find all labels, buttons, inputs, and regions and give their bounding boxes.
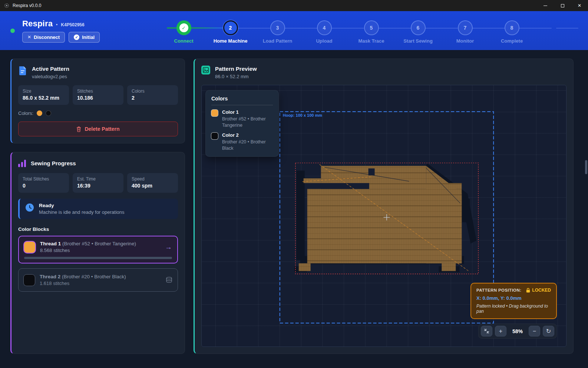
step-number: 4 — [317, 20, 332, 35]
close-icon: ✕ — [578, 3, 581, 8]
check-circle-icon: ✓ — [74, 34, 79, 40]
step-monitor[interactable]: 7 Monitor — [442, 17, 489, 44]
zoom-controls: + 58% − ↻ — [478, 324, 557, 339]
trash-icon — [76, 126, 81, 132]
status-title: Ready — [39, 203, 125, 208]
stat-label: Est. Time — [77, 176, 119, 182]
stat-label: Size — [23, 89, 65, 94]
serial-separator: • — [56, 22, 57, 27]
stat-value: 0 — [23, 183, 65, 189]
thread-colorway: (Brother #20 • Brother Black) — [62, 274, 126, 279]
legend-color-1: Color 1 Brother #52 • Brother Tangerine — [211, 109, 273, 129]
stat-colors: Colors 2 — [127, 85, 178, 105]
lock-state: LOCKED — [532, 288, 551, 293]
color-dot-orange — [37, 110, 42, 116]
image-icon — [201, 66, 210, 74]
legend-color-name: Color 2 — [222, 132, 273, 138]
file-icon — [18, 66, 27, 75]
fit-to-screen-button[interactable] — [481, 326, 492, 336]
fit-to-screen-icon — [484, 328, 489, 334]
preview-canvas[interactable]: Colors Color 1 Brother #52 • Brother Tan… — [201, 85, 566, 347]
close-button[interactable]: ✕ — [571, 0, 588, 11]
delete-pattern-button[interactable]: Delete Pattern — [18, 122, 178, 136]
zoom-level: 58% — [509, 328, 526, 334]
position-coordinates: X: 0.0mm, Y: 0.0mm — [476, 295, 551, 301]
pattern-preview-card: Pattern Preview 86.0 × 52.2 mm Colors Co… — [194, 59, 574, 354]
step-upload[interactable]: 4 Upload — [301, 17, 348, 44]
step-home-machine[interactable]: 2 Home Machine — [207, 17, 254, 44]
step-number: 3 — [270, 20, 285, 35]
window-title: Respira v0.0.0 — [13, 3, 41, 8]
thread-stitch-count: 1.618 stitches — [40, 281, 126, 286]
status-description: Machine is idle and ready for operations — [39, 209, 125, 215]
lock-icon — [526, 288, 530, 293]
step-number: 8 — [505, 20, 519, 35]
stat-value: 86.0 x 52.2 mm — [23, 95, 65, 101]
stat-value: 16:39 — [77, 183, 119, 189]
step-label: Monitor — [442, 38, 489, 44]
thread-1-row[interactable]: Thread 1 (Brother #52 • Brother Tangerin… — [18, 236, 178, 263]
initial-label: Initial — [82, 34, 95, 40]
connection-status-dot — [10, 29, 15, 33]
maximize-button[interactable] — [554, 0, 571, 11]
legend-color-description: Brother #52 • Brother Tangerine — [222, 116, 273, 129]
minimize-button[interactable] — [537, 0, 554, 11]
legend-color-2: Color 2 Brother #20 • Brother Black — [211, 132, 273, 152]
disconnect-x-icon: ✕ — [27, 34, 31, 40]
arrow-right-icon: → — [165, 243, 172, 251]
minus-icon: − — [533, 328, 536, 335]
zoom-in-button[interactable]: + — [495, 326, 506, 336]
thread-2-row[interactable]: Thread 2 (Brother #20 • Brother Black) 1… — [18, 268, 178, 292]
app-brand: Respira — [22, 19, 53, 29]
layers-stack-icon — [166, 277, 172, 283]
clock-icon — [25, 203, 34, 212]
thread-colorway: (Brother #52 • Brother Tangerine) — [62, 241, 136, 246]
step-number: 5 — [364, 20, 379, 35]
step-complete[interactable]: 8 Complete — [488, 17, 535, 44]
step-label: Mask Trace — [348, 38, 395, 44]
legend-swatch-1 — [211, 110, 218, 116]
machine-status-box: Ready Machine is idle and ready for oper… — [18, 199, 178, 219]
reset-view-button[interactable]: ↻ — [543, 326, 554, 336]
position-hint: Pattern locked • Drag background to pan — [476, 304, 551, 314]
position-label: PATTERN POSITION: — [476, 288, 521, 292]
stat-label: Colors — [132, 89, 174, 94]
stat-stitches: Stitches 10.186 — [73, 85, 123, 105]
scrollbar-thumb[interactable] — [585, 160, 587, 174]
stat-size: Size 86.0 x 52.2 mm — [18, 85, 69, 105]
zoom-out-button[interactable]: − — [529, 326, 540, 336]
step-label: Complete — [488, 38, 535, 44]
stitch-fill — [299, 166, 462, 271]
stat-speed: Speed 400 spm — [127, 173, 178, 193]
step-mask-trace[interactable]: 5 Mask Trace — [348, 17, 395, 44]
stat-value: 2 — [132, 95, 174, 101]
thread-name: Thread 2 — [40, 274, 60, 279]
step-label: Load Pattern — [254, 38, 301, 44]
color-blocks-title: Color Blocks — [18, 226, 178, 232]
app-icon — [4, 3, 10, 9]
step-start-sewing[interactable]: 6 Start Sewing — [394, 17, 442, 44]
delete-pattern-label: Delete Pattern — [85, 126, 119, 132]
step-label: Connect — [160, 38, 207, 44]
colors-label: Colors: — [18, 110, 33, 116]
plus-icon: + — [499, 328, 502, 335]
stat-total-stitches: Total Stitches 0 — [18, 173, 69, 193]
step-load-pattern[interactable]: 3 Load Pattern — [254, 17, 301, 44]
step-number: 7 — [458, 20, 473, 35]
stat-est-time: Est. Time 16:39 — [73, 173, 123, 193]
sewing-progress-title: Sewing Progress — [31, 160, 76, 166]
pattern-position-overlay: PATTERN POSITION: LOCKED X: 0.0mm, Y: 0.… — [470, 283, 557, 319]
colors-legend: Colors Color 1 Brother #52 • Brother Tan… — [205, 90, 279, 157]
disconnect-button[interactable]: ✕ Disconnect — [22, 32, 65, 43]
legend-title: Colors — [211, 96, 273, 105]
minimize-icon — [544, 6, 547, 6]
stat-label: Speed — [132, 176, 174, 182]
step-connect[interactable]: ✓ Connect — [160, 17, 207, 44]
thread-1-swatch — [24, 242, 35, 253]
thread-name: Thread 1 — [40, 241, 61, 246]
window-titlebar: Respira v0.0.0 ✕ — [0, 0, 588, 11]
step-connect-circle: ✓ — [176, 20, 191, 35]
hoop-label: Hoop: 100 x 100 mm — [283, 113, 322, 117]
initial-button[interactable]: ✓ Initial — [69, 32, 100, 43]
refresh-icon: ↻ — [546, 328, 551, 335]
